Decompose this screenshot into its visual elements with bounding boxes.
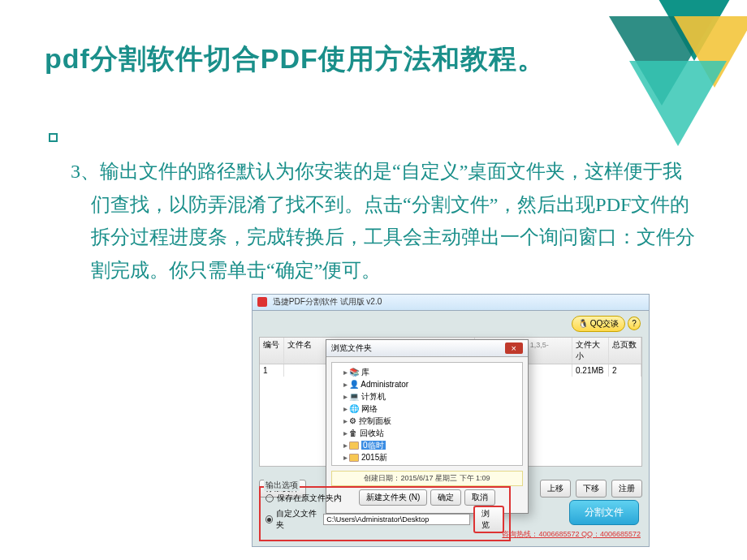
bullet-icon [49,133,58,142]
slide-title: pdf分割软件切合PDF使用方法和教程。 [45,41,546,78]
qq-chat-button[interactable]: 🐧 QQ交谈 [572,316,625,332]
radio-icon [266,494,274,502]
help-button[interactable]: ? [628,317,641,330]
svg-marker-2 [674,16,747,88]
radio-custom-folder[interactable]: 自定义文件夹 C:\Users\Administrator\Desktop 浏览 [266,506,504,533]
output-group-label: 输出选项 [264,480,300,491]
slide-body: 3、输出文件的路径默认为你安装的是“自定义”桌面文件夹，这样便于我们查找，以防弄… [49,122,698,287]
col-size: 文件大小 [572,338,609,364]
svg-marker-1 [609,16,715,106]
close-icon[interactable]: × [505,342,523,354]
radio-icon [266,515,273,523]
dialog-title: 浏览文件夹 [331,342,372,354]
hotline-text: 咨询热线：4006685572 QQ：4006685572 [502,529,641,540]
split-file-button[interactable]: 分割文件 [569,500,639,525]
radio-keep-original[interactable]: 保存在原文件夹内 [266,493,504,504]
window-titlebar: 迅捷PDF分割软件 试用版 v2.0 [253,295,649,311]
col-total: 总页数 [609,338,641,364]
move-up-button[interactable]: 上移 [540,480,571,498]
output-options-group: 输出选项 保存在原文件夹内 自定义文件夹 C:\Users\Administra… [259,486,511,541]
svg-marker-0 [650,0,739,61]
app-window: 迅捷PDF分割软件 试用版 v2.0 🐧 QQ交谈 ? 编号 文件名 分割页码 … [252,294,650,547]
window-title-text: 迅捷PDF分割软件 试用版 v2.0 [273,297,382,306]
register-button[interactable]: 注册 [611,480,642,498]
slide-paragraph: 3、输出文件的路径默认为你安装的是“自定义”桌面文件夹，这样便于我们查找，以防弄… [49,155,698,287]
app-icon [257,297,267,307]
move-down-button[interactable]: 下移 [576,480,607,498]
browse-button[interactable]: 浏览 [473,506,504,533]
output-path-input[interactable]: C:\Users\Administrator\Desktop [323,514,470,525]
col-number: 编号 [260,338,284,364]
folder-tree[interactable]: ▸📚 库 ▸👤 Administrator ▸💻 计算机 ▸🌐 网络 ▸⚙ 控制… [331,362,523,466]
